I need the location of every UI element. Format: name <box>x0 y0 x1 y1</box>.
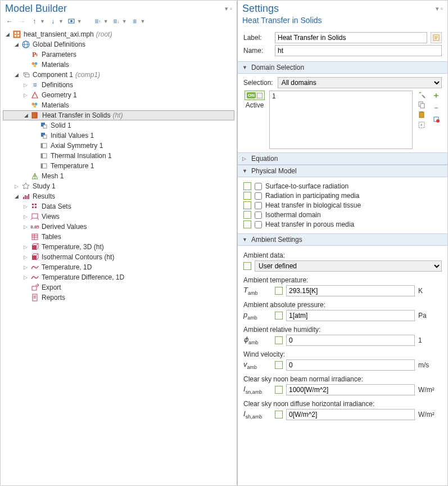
tree-temp3d[interactable]: ▷ Temperature, 3D (ht) <box>3 242 234 252</box>
expand-chk-icon[interactable] <box>243 262 251 270</box>
list-icon[interactable]: ≡ <box>130 17 139 26</box>
paste-icon[interactable] <box>418 111 426 119</box>
tree-temp1d[interactable]: ▷ Temperature, 1D <box>3 262 234 272</box>
section-domain-selection[interactable]: ▼Domain Selection <box>238 61 447 74</box>
vamb-input[interactable] <box>286 359 415 371</box>
select-box-icon[interactable] <box>418 121 426 129</box>
tree-derived-values[interactable]: ▷ 8.85 Derived Values <box>3 222 234 232</box>
expand-chk-icon[interactable] <box>275 411 283 418</box>
activate-icon[interactable] <box>432 115 440 123</box>
tree-global-definitions[interactable]: ◢ Global Definitions <box>3 39 234 50</box>
chk-bio[interactable] <box>255 202 262 209</box>
svg-rect-57 <box>420 104 424 108</box>
show-icon[interactable] <box>67 17 76 26</box>
derived-icon: 8.85 <box>30 222 39 231</box>
tamb-input[interactable] <box>286 285 415 296</box>
tree-geometry[interactable]: ▷ Geometry 1 <box>3 90 234 100</box>
tree-axial-symmetry[interactable]: Axial Symmetry 1 <box>3 141 234 151</box>
zoom-selection-icon[interactable] <box>418 91 426 98</box>
model-tree: ◢ heat_transient_axi.mph (root) ◢ Global… <box>1 28 237 485</box>
tree-definitions[interactable]: ▷ ≡ Definitions <box>3 80 234 90</box>
panel-menu-icon[interactable]: ▾ ▫ <box>225 5 232 12</box>
mesh-icon <box>30 172 39 181</box>
collapse-icon[interactable]: ≡↑ <box>93 17 102 26</box>
tree-datasets[interactable]: ▷ Data Sets <box>3 201 234 212</box>
expand-chk-icon[interactable] <box>243 220 251 228</box>
phiamb-input[interactable] <box>286 335 415 346</box>
tree-materials-global[interactable]: Materials <box>3 60 234 70</box>
panel-menu-icon[interactable]: ▾ ▫ <box>436 5 443 12</box>
name-input[interactable] <box>275 45 442 56</box>
tree-heat-transfer[interactable]: ◢ Heat Transfer in Solids (ht) <box>3 110 234 120</box>
expand-chk-icon[interactable] <box>275 336 283 344</box>
expand-chk-icon[interactable] <box>275 287 283 295</box>
tree-results[interactable]: ◢ Results <box>3 191 234 201</box>
remove-icon[interactable]: － <box>432 103 440 113</box>
svg-rect-48 <box>33 294 37 301</box>
expand-chk-icon[interactable] <box>243 211 251 219</box>
tree-root[interactable]: ◢ heat_transient_axi.mph (root) <box>3 29 234 39</box>
forward-icon[interactable]: → <box>17 17 26 26</box>
tree-component[interactable]: ◢ Component 1 (comp1) <box>3 70 234 80</box>
datasets-icon <box>30 202 39 211</box>
up-icon[interactable]: ↑ <box>30 17 39 26</box>
expand-chk-icon[interactable] <box>275 312 283 320</box>
down-icon[interactable]: ↓ <box>48 17 57 26</box>
svg-line-39 <box>31 218 32 220</box>
ishamb-input[interactable] <box>286 409 415 420</box>
tree-temperature-bc[interactable]: Temperature 1 <box>3 161 234 171</box>
rename-icon[interactable] <box>431 32 442 43</box>
expand-chk-icon[interactable] <box>275 361 283 369</box>
tamb-symbol: Tamb <box>243 286 271 296</box>
chk-radiation[interactable] <box>255 192 262 200</box>
section-physical-model[interactable]: ▼Physical Model <box>238 165 447 177</box>
expand-chk-icon[interactable] <box>275 386 283 394</box>
selection-dropdown[interactable]: All domains <box>278 77 442 88</box>
ambient-data-dropdown[interactable]: User defined <box>255 260 442 272</box>
tree-views[interactable]: ▷ Views <box>3 212 234 222</box>
tree-mesh[interactable]: Mesh 1 <box>3 171 234 181</box>
isnamb-input[interactable] <box>286 384 415 395</box>
pamb-input[interactable] <box>286 310 415 321</box>
copy-icon[interactable] <box>418 101 426 109</box>
tree-reports[interactable]: Reports <box>3 292 234 303</box>
label-input[interactable] <box>275 32 427 43</box>
active-toggle[interactable]: ON <box>245 91 265 100</box>
tree-export[interactable]: Export <box>3 282 234 292</box>
tree-initial-values[interactable]: Initial Values 1 <box>3 130 234 141</box>
svg-rect-4 <box>17 32 19 34</box>
tree-iso-contours[interactable]: ▷ Isothermal Contours (ht) <box>3 252 234 262</box>
plot1d-icon <box>30 263 39 272</box>
tree-materials-comp[interactable]: Materials <box>3 100 234 110</box>
settings-title: Settings <box>242 3 279 15</box>
ishamb-symbol: Ish,amb <box>243 410 271 420</box>
tree-study[interactable]: ▷ Study 1 <box>3 181 234 191</box>
selection-listbox[interactable]: 1 <box>269 91 413 149</box>
expand-chk-icon[interactable] <box>243 182 251 190</box>
add-icon[interactable]: ＋ <box>432 91 440 101</box>
chk-porous[interactable] <box>255 221 262 228</box>
svg-point-12 <box>34 65 37 68</box>
isnamb-symbol: Isn,amb <box>243 385 271 395</box>
back-icon[interactable]: ← <box>5 17 14 26</box>
tree-tempdiff1d[interactable]: ▷ Temperature Difference, 1D <box>3 272 234 282</box>
expand-icon[interactable]: ≡↓ <box>112 17 121 26</box>
tree-thermal-insulation[interactable]: Thermal Insulation 1 <box>3 151 234 161</box>
ambient-data-lbl: Ambient data: <box>243 251 442 259</box>
name-lbl: Name: <box>243 47 271 55</box>
boundary-icon <box>39 141 48 150</box>
expand-chk-icon[interactable] <box>243 192 251 200</box>
chk-isothermal[interactable] <box>255 212 262 219</box>
chk-s2s[interactable] <box>255 183 262 190</box>
section-equation[interactable]: ▷Equation <box>238 152 447 165</box>
svg-line-40 <box>38 218 39 220</box>
materials-icon <box>30 60 39 69</box>
tree-solid[interactable]: Solid 1 <box>3 120 234 130</box>
label-lbl: Label: <box>243 34 271 42</box>
svg-rect-25 <box>41 143 43 148</box>
expand-chk-icon[interactable] <box>243 201 251 209</box>
svg-rect-6 <box>17 35 19 37</box>
tree-parameters[interactable]: Pi Parameters <box>3 50 234 60</box>
section-ambient-settings[interactable]: ▼Ambient Settings <box>238 233 447 246</box>
tree-tables[interactable]: Tables <box>3 232 234 242</box>
